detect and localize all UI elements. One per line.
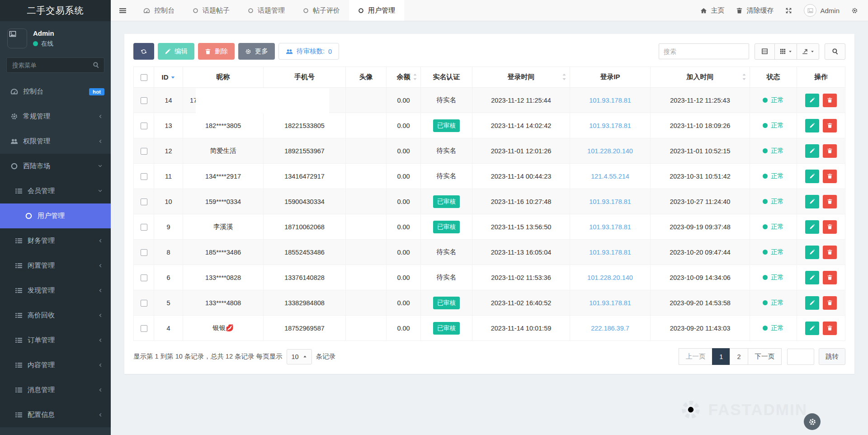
- row-edit-button[interactable]: [805, 322, 819, 335]
- sidebar-item-content-mgmt[interactable]: 内容管理: [0, 353, 111, 378]
- row-delete-button[interactable]: [823, 195, 837, 208]
- row-edit-button[interactable]: [805, 246, 819, 259]
- export-button[interactable]: [797, 43, 819, 60]
- sidebar-item-idle-mgmt[interactable]: 闲置管理: [0, 253, 111, 278]
- row-checkbox[interactable]: [141, 224, 147, 231]
- row-checkbox[interactable]: [141, 148, 147, 155]
- row-delete-button[interactable]: [823, 94, 837, 107]
- row-delete-button[interactable]: [823, 119, 837, 132]
- select-all-checkbox[interactable]: [141, 74, 147, 81]
- row-select-cell: [134, 88, 154, 113]
- ip-link[interactable]: 101.93.178.81: [589, 223, 631, 231]
- row-edit-button[interactable]: [805, 119, 819, 132]
- row-checkbox[interactable]: [141, 274, 147, 281]
- row-checkbox[interactable]: [141, 173, 147, 180]
- row-checkbox[interactable]: [141, 97, 147, 104]
- table-search-input[interactable]: [659, 43, 749, 59]
- ip-link[interactable]: 101.93.178.81: [589, 249, 631, 256]
- sidebar-item-finance-mgmt[interactable]: 财务管理: [0, 228, 111, 253]
- user-menu[interactable]: Admin: [804, 4, 840, 17]
- page-button-2[interactable]: 2: [730, 348, 748, 365]
- row-delete-button[interactable]: [823, 170, 837, 183]
- clear-cache-button[interactable]: 清除缓存: [736, 6, 774, 15]
- sidebar-item-config-info[interactable]: 配置信息: [0, 402, 111, 427]
- list-icon: [15, 312, 23, 319]
- sidebar-item-user-mgmt[interactable]: 用户管理: [0, 203, 111, 228]
- ip-link[interactable]: 222.186.39.7: [591, 325, 629, 332]
- row-edit-button[interactable]: [805, 144, 819, 158]
- delete-button[interactable]: 删除: [198, 43, 235, 60]
- corner-settings-fab[interactable]: [804, 413, 821, 430]
- column-header[interactable]: 加入时间: [651, 67, 750, 88]
- status-badge: 正常: [763, 298, 784, 307]
- sidebar-item-discovery-mgmt[interactable]: 发现管理: [0, 278, 111, 303]
- row-delete-button[interactable]: [823, 220, 837, 234]
- sidebar-item-general-mgmt[interactable]: 常规管理: [0, 104, 111, 129]
- row-edit-button[interactable]: [805, 94, 819, 107]
- table-row: 9李溪溪187100620680.00已审核2023-11-15 13:56:5…: [134, 214, 845, 240]
- row-edit-button[interactable]: [805, 271, 819, 284]
- row-delete-button[interactable]: [823, 271, 837, 284]
- row-checkbox[interactable]: [141, 300, 147, 307]
- jump-button[interactable]: 跳转: [819, 348, 845, 365]
- row-delete-button[interactable]: [823, 296, 837, 310]
- row-edit-button[interactable]: [805, 220, 819, 234]
- ip-link[interactable]: 101.228.20.140: [587, 274, 633, 281]
- sidebar-item-permission-mgmt[interactable]: 权限管理: [0, 129, 111, 154]
- row-checkbox[interactable]: [141, 249, 147, 256]
- fullscreen-button[interactable]: [785, 7, 792, 14]
- row-delete-button[interactable]: [823, 144, 837, 158]
- ip-link[interactable]: 101.228.20.140: [587, 147, 633, 155]
- tab-user-mgmt[interactable]: 用户管理: [349, 0, 404, 21]
- sidebar-item-console[interactable]: 控制台hot: [0, 79, 111, 104]
- ip-link[interactable]: 101.93.178.81: [589, 122, 631, 129]
- tab-topic-mgmt[interactable]: 话题管理: [239, 0, 294, 21]
- row-edit-button[interactable]: [805, 296, 819, 310]
- sidebar-item-xilu-market[interactable]: 西陆市场: [0, 154, 111, 179]
- sidebar-item-message-mgmt[interactable]: 消息管理: [0, 378, 111, 402]
- row-delete-button[interactable]: [823, 322, 837, 335]
- column-header: 登录IP: [570, 67, 651, 88]
- column-header[interactable]: ID: [154, 67, 183, 88]
- column-header: 状态: [750, 67, 797, 88]
- ip-link[interactable]: 101.93.178.81: [589, 299, 631, 307]
- page-size-select[interactable]: 10: [287, 349, 312, 364]
- verify-cell: 已审核: [421, 316, 472, 341]
- row-delete-button[interactable]: [823, 246, 837, 259]
- join-time-cell: 2023-10-20 09:47:44: [651, 240, 750, 265]
- row-checkbox[interactable]: [141, 325, 147, 332]
- menu-search-input[interactable]: [6, 57, 104, 73]
- detail-view-button[interactable]: [755, 43, 775, 60]
- nickname-text: 简爱生活: [210, 147, 236, 154]
- next-page-button[interactable]: 下一页: [748, 348, 782, 365]
- sidebar-item-recycle-mgmt[interactable]: 高价回收: [0, 303, 111, 328]
- tab-console[interactable]: 控制台: [134, 0, 184, 21]
- menu-toggle-button[interactable]: [111, 0, 134, 21]
- more-button[interactable]: 更多: [238, 43, 275, 60]
- prev-page-button[interactable]: 上一页: [679, 348, 713, 365]
- page-button-1[interactable]: 1: [712, 348, 730, 365]
- row-checkbox[interactable]: [141, 199, 147, 205]
- edit-button[interactable]: 编辑: [158, 43, 194, 60]
- pending-count-button[interactable]: 待审核数: 0: [278, 43, 339, 60]
- row-edit-button[interactable]: [805, 195, 819, 208]
- columns-button[interactable]: [774, 43, 797, 60]
- login-time-cell: 2023-11-14 10:01:59: [472, 316, 570, 341]
- home-link[interactable]: 主页: [700, 6, 724, 15]
- refresh-button[interactable]: [133, 43, 154, 60]
- sidebar-item-member-mgmt[interactable]: 会员管理: [0, 179, 111, 203]
- list-icon: [15, 187, 23, 195]
- tab-topic-posts[interactable]: 话题帖子: [184, 0, 239, 21]
- column-header[interactable]: 余额: [387, 67, 421, 88]
- tab-post-review[interactable]: 帖子评价: [294, 0, 349, 21]
- settings-button[interactable]: [851, 7, 858, 14]
- column-header[interactable]: 登录时间: [472, 67, 570, 88]
- ip-link[interactable]: 101.93.178.81: [589, 97, 631, 104]
- row-edit-button[interactable]: [805, 170, 819, 183]
- ip-link[interactable]: 101.93.178.81: [589, 198, 631, 205]
- row-checkbox[interactable]: [141, 123, 147, 129]
- ip-link[interactable]: 121.4.55.214: [591, 173, 629, 180]
- sidebar-item-order-mgmt[interactable]: 订单管理: [0, 328, 111, 353]
- advanced-search-button[interactable]: [825, 43, 845, 60]
- jump-page-input[interactable]: [787, 349, 814, 365]
